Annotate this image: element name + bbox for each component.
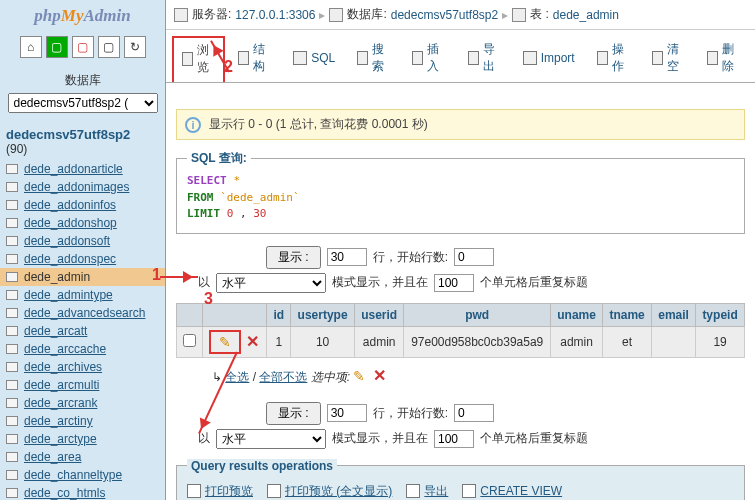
tab-insert[interactable]: 插入: [403, 36, 454, 82]
print-preview-link[interactable]: 打印预览: [187, 483, 253, 500]
rows-input-top[interactable]: [327, 248, 367, 266]
col-usertype[interactable]: usertype: [291, 303, 355, 326]
sql-legend: SQL 查询:: [187, 150, 251, 167]
structure-icon: [238, 51, 249, 65]
query-icon[interactable]: ▢: [72, 36, 94, 58]
sidebar-table-dede_co_htmls[interactable]: dede_co_htmls: [0, 484, 165, 500]
table-mini-icon: [6, 272, 18, 282]
export-link[interactable]: 导出: [406, 483, 448, 500]
table-list: dede_addonarticledede_addonimagesdede_ad…: [0, 160, 165, 500]
sidebar-table-dede_arccache[interactable]: dede_arccache: [0, 340, 165, 358]
sidebar-table-dede_addonspec[interactable]: dede_addonspec: [0, 250, 165, 268]
database-label: 数据库: [4, 72, 161, 89]
start-input-top[interactable]: [454, 248, 494, 266]
select-none-link[interactable]: 全部不选: [259, 370, 307, 384]
col-id[interactable]: id: [267, 303, 291, 326]
mode-select-top[interactable]: 水平: [216, 273, 326, 293]
sidebar-table-dede_arcrank[interactable]: dede_arcrank: [0, 394, 165, 412]
tab-bar: 浏览 结构 SQL 搜索 插入 导出 Import 操作 清空 删除: [166, 30, 755, 83]
export-mini-icon: [406, 484, 420, 498]
sidebar-table-label: dede_addonarticle: [24, 162, 123, 176]
display-controls-bottom: 显示 : 行，开始行数: 以 水平 模式显示，并且在 个单元格后重复标题: [176, 402, 745, 449]
print-icon: [187, 484, 201, 498]
col-tname[interactable]: tname: [603, 303, 652, 326]
cell-typeid: 19: [696, 326, 745, 357]
reload-icon[interactable]: ↻: [124, 36, 146, 58]
sidebar-table-label: dede_archives: [24, 360, 102, 374]
import-icon: [523, 51, 537, 65]
display-controls-top: 显示 : 行，开始行数: 以 水平 模式显示，并且在 个单元格后重复标题: [176, 246, 745, 293]
table-mini-icon: [6, 326, 18, 336]
empty-icon: [652, 51, 663, 65]
database-select[interactable]: dedecmsv57utf8sp2 (: [8, 93, 158, 113]
sidebar-table-dede_addonarticle[interactable]: dede_addonarticle: [0, 160, 165, 178]
sidebar-table-dede_arcmulti[interactable]: dede_arcmulti: [0, 376, 165, 394]
repeat-input-bottom[interactable]: [434, 430, 474, 448]
sidebar-table-label: dede_channeltype: [24, 468, 122, 482]
sidebar-table-dede_addonimages[interactable]: dede_addonimages: [0, 178, 165, 196]
sidebar-table-dede_addonsoft[interactable]: dede_addonsoft: [0, 232, 165, 250]
breadcrumb-table[interactable]: dede_admin: [553, 8, 619, 22]
tab-export[interactable]: 导出: [459, 36, 510, 82]
tab-search[interactable]: 搜索: [348, 36, 399, 82]
col-email[interactable]: email: [652, 303, 696, 326]
print-full-icon: [267, 484, 281, 498]
repeat-input-top[interactable]: [434, 274, 474, 292]
print-preview-full-link[interactable]: 打印预览 (全文显示): [267, 483, 392, 500]
sidebar-table-dede_addoninfos[interactable]: dede_addoninfos: [0, 196, 165, 214]
logo[interactable]: phpMyAdmin: [0, 4, 165, 32]
sidebar-table-label: dede_addoninfos: [24, 198, 116, 212]
tab-import[interactable]: Import: [514, 36, 584, 82]
col-uname[interactable]: uname: [550, 303, 602, 326]
sidebar-table-dede_admintype[interactable]: dede_admintype: [0, 286, 165, 304]
delete-selected-icon[interactable]: ✕: [373, 366, 389, 382]
sidebar-table-label: dede_co_htmls: [24, 486, 105, 500]
annotation-arrow-1: [160, 276, 198, 278]
home-icon[interactable]: ⌂: [20, 36, 42, 58]
current-database[interactable]: dedecmsv57utf8sp2: [0, 119, 165, 142]
delete-row-button[interactable]: ✕: [244, 332, 260, 348]
breadcrumb-server[interactable]: 127.0.0.1:3306: [235, 8, 315, 22]
tab-sql[interactable]: SQL: [284, 36, 344, 82]
cell-tname: et: [603, 326, 652, 357]
col-typeid[interactable]: typeid: [696, 303, 745, 326]
table-mini-icon: [6, 308, 18, 318]
edit-selected-icon[interactable]: ✎: [353, 368, 369, 384]
tab-operations[interactable]: 操作: [588, 36, 639, 82]
sidebar-table-dede_archives[interactable]: dede_archives: [0, 358, 165, 376]
server-icon: [174, 8, 188, 22]
sidebar-table-dede_advancedsearch[interactable]: dede_advancedsearch: [0, 304, 165, 322]
tab-empty[interactable]: 清空: [643, 36, 694, 82]
show-button-top[interactable]: 显示 :: [266, 246, 321, 269]
table-mini-icon: [6, 236, 18, 246]
cell-userid: admin: [354, 326, 404, 357]
tab-structure[interactable]: 结构: [229, 36, 280, 82]
start-input-bottom[interactable]: [454, 404, 494, 422]
tab-drop[interactable]: 删除: [698, 36, 749, 82]
show-button-bottom[interactable]: 显示 :: [266, 402, 321, 425]
docs-icon[interactable]: ▢: [98, 36, 120, 58]
create-view-link[interactable]: CREATE VIEW: [462, 484, 562, 498]
table-count: (90): [0, 142, 165, 160]
rows-input-bottom[interactable]: [327, 404, 367, 422]
edit-row-button[interactable]: ✎: [209, 330, 241, 354]
breadcrumb-database[interactable]: dedecmsv57utf8sp2: [391, 8, 498, 22]
table-mini-icon: [6, 218, 18, 228]
sidebar-table-label: dede_admin: [24, 270, 90, 284]
sidebar-table-dede_addonshop[interactable]: dede_addonshop: [0, 214, 165, 232]
sidebar-table-dede_arctype[interactable]: dede_arctype: [0, 430, 165, 448]
col-pwd[interactable]: pwd: [404, 303, 551, 326]
mode-select-bottom[interactable]: 水平: [216, 429, 326, 449]
table-mini-icon: [6, 200, 18, 210]
sidebar-table-dede_channeltype[interactable]: dede_channeltype: [0, 466, 165, 484]
sidebar-table-dede_arctiny[interactable]: dede_arctiny: [0, 412, 165, 430]
sidebar-table-dede_arcatt[interactable]: dede_arcatt: [0, 322, 165, 340]
sql-window-icon[interactable]: ▢: [46, 36, 68, 58]
row-checkbox[interactable]: [183, 334, 196, 347]
sidebar-table-label: dede_admintype: [24, 288, 113, 302]
cell-id: 1: [267, 326, 291, 357]
info-icon: i: [185, 117, 201, 133]
sidebar-table-dede_admin[interactable]: dede_admin: [0, 268, 165, 286]
sidebar-table-dede_area[interactable]: dede_area: [0, 448, 165, 466]
col-userid[interactable]: userid: [354, 303, 404, 326]
